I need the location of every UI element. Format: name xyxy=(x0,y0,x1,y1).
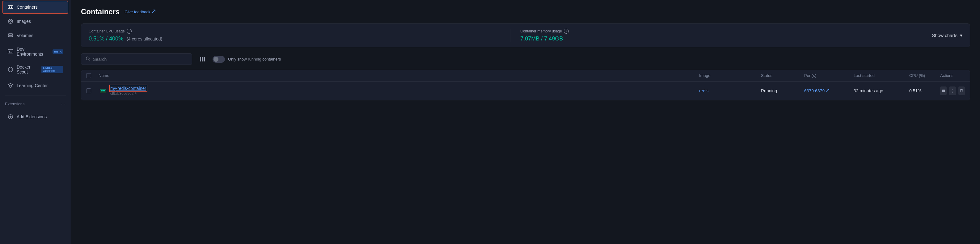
container-id-row: cf9ab36ce962 ⎘ xyxy=(110,92,146,96)
show-charts-label: Show charts xyxy=(932,33,958,38)
sidebar-item-learning-center[interactable]: Learning Center xyxy=(2,79,68,92)
sidebar: Containers Images Volumes xyxy=(0,0,71,244)
svg-rect-7 xyxy=(8,49,13,53)
sidebar-item-containers-label: Containers xyxy=(17,5,38,10)
search-input[interactable] xyxy=(93,57,188,62)
svg-rect-6 xyxy=(8,35,13,37)
sidebar-item-learning-center-label: Learning Center xyxy=(17,83,48,88)
page-header: Containers Give feedback xyxy=(81,8,970,16)
sidebar-item-docker-scout[interactable]: Docker Scout EARLY ACCESS xyxy=(2,61,68,78)
sidebar-item-volumes[interactable]: Volumes xyxy=(2,29,68,42)
copy-id-icon[interactable]: ⎘ xyxy=(135,92,137,95)
sidebar-item-dev-environments-label: Dev Environments xyxy=(17,47,49,57)
feedback-label: Give feedback xyxy=(124,10,150,14)
memory-stat-label: Container memory usage i xyxy=(520,29,932,34)
header-actions: Actions xyxy=(940,73,965,78)
row-checkbox-col xyxy=(86,88,99,93)
show-charts-button[interactable]: Show charts ▾ xyxy=(932,32,963,38)
running-toggle[interactable] xyxy=(213,56,225,63)
container-last-started-col: 32 minutes ago xyxy=(854,88,909,93)
svg-point-4 xyxy=(10,21,11,22)
svg-rect-16 xyxy=(100,89,106,90)
cpu-stat-label: Container CPU usage i xyxy=(89,29,500,34)
svg-rect-14 xyxy=(101,90,103,92)
header-name: Name xyxy=(99,73,699,78)
svg-rect-11 xyxy=(202,57,203,62)
container-icon xyxy=(99,87,107,95)
cpu-info-icon[interactable]: i xyxy=(127,29,132,34)
stop-button[interactable] xyxy=(940,87,947,95)
chevron-down-icon: ▾ xyxy=(960,32,963,38)
search-icon xyxy=(86,56,91,62)
container-name-info: my-redis-container cf9ab36ce962 ⎘ xyxy=(110,86,146,96)
memory-info-icon[interactable]: i xyxy=(564,29,569,34)
container-name-link[interactable]: my-redis-container xyxy=(110,86,146,91)
sidebar-item-containers[interactable]: Containers xyxy=(2,1,68,14)
more-actions-button[interactable]: ⋮ xyxy=(949,87,956,95)
extensions-menu-icon[interactable]: ⋯ xyxy=(60,100,66,107)
svg-rect-2 xyxy=(11,6,12,8)
svg-rect-17 xyxy=(942,90,945,92)
running-toggle-wrapper: Only show running containers xyxy=(213,56,281,63)
containers-icon xyxy=(7,4,14,10)
search-box[interactable] xyxy=(81,54,192,65)
header-ports: Port(s) xyxy=(804,73,854,78)
table-row: my-redis-container cf9ab36ce962 ⎘ redis … xyxy=(81,82,970,100)
container-name-col: my-redis-container cf9ab36ce962 ⎘ xyxy=(99,86,699,96)
container-id-text: cf9ab36ce962 xyxy=(110,92,134,96)
container-ports-col: 6379:6379 xyxy=(804,88,854,93)
volumes-icon xyxy=(7,32,14,39)
extensions-label: Extensions xyxy=(5,101,25,106)
sidebar-item-images-label: Images xyxy=(17,19,31,24)
svg-rect-12 xyxy=(204,57,205,62)
container-cpu-col: 0.51% xyxy=(909,88,940,93)
container-port-link[interactable]: 6379:6379 xyxy=(804,88,854,93)
feedback-link[interactable]: Give feedback xyxy=(124,9,156,14)
svg-rect-1 xyxy=(9,6,10,8)
running-toggle-label: Only show running containers xyxy=(228,57,281,62)
header-last-started: Last started xyxy=(854,73,909,78)
port-value: 6379:6379 xyxy=(804,88,825,93)
svg-rect-0 xyxy=(8,6,13,9)
sidebar-item-images[interactable]: Images xyxy=(2,15,68,28)
container-actions-col: ⋮ xyxy=(940,87,965,95)
dev-env-icon xyxy=(7,49,14,55)
stats-bar: Container CPU usage i 0.51% / 400% (4 co… xyxy=(81,24,970,47)
memory-stat-group: Container memory usage i 7.07MB / 7.49GB xyxy=(520,29,932,42)
header-image: Image xyxy=(699,73,761,78)
row-checkbox[interactable] xyxy=(86,88,91,93)
header-select xyxy=(86,73,99,78)
sidebar-item-dev-environments[interactable]: Dev Environments BETA xyxy=(2,43,68,60)
add-extensions-label: Add Extensions xyxy=(17,114,47,119)
select-all-checkbox[interactable] xyxy=(86,73,91,78)
sidebar-divider xyxy=(5,95,66,95)
containers-table: Name Image Status Port(s) Last started C… xyxy=(81,70,970,100)
cpu-stat-note: (4 cores allocated) xyxy=(127,36,162,41)
sidebar-item-add-extensions[interactable]: Add Extensions xyxy=(2,110,68,123)
learning-icon xyxy=(7,82,14,89)
svg-rect-10 xyxy=(200,57,201,62)
delete-button[interactable] xyxy=(958,87,965,95)
scout-icon xyxy=(7,67,14,73)
memory-stat-value: 7.07MB / 7.49GB xyxy=(520,35,932,42)
main-content: Containers Give feedback Container CPU u… xyxy=(71,0,980,244)
add-extensions-icon xyxy=(7,114,14,120)
svg-rect-5 xyxy=(8,34,13,35)
header-status: Status xyxy=(761,73,804,78)
table-header: Name Image Status Port(s) Last started C… xyxy=(81,70,970,82)
page-title: Containers xyxy=(81,8,119,16)
sidebar-item-docker-scout-label: Docker Scout xyxy=(17,65,38,74)
columns-button[interactable] xyxy=(197,54,208,65)
container-image-col: redis xyxy=(699,88,761,93)
sidebar-item-volumes-label: Volumes xyxy=(17,33,33,38)
images-icon xyxy=(7,18,14,24)
cpu-stat-group: Container CPU usage i 0.51% / 400% (4 co… xyxy=(89,29,500,42)
container-image-link[interactable]: redis xyxy=(699,88,708,93)
header-cpu: CPU (%) xyxy=(909,73,940,78)
toolbar: Only show running containers xyxy=(81,54,970,65)
svg-rect-15 xyxy=(103,90,105,92)
stats-divider xyxy=(510,29,511,42)
extensions-section: Extensions ⋯ xyxy=(0,98,71,109)
early-access-badge: EARLY ACCESS xyxy=(41,66,63,73)
beta-badge: BETA xyxy=(52,49,63,54)
